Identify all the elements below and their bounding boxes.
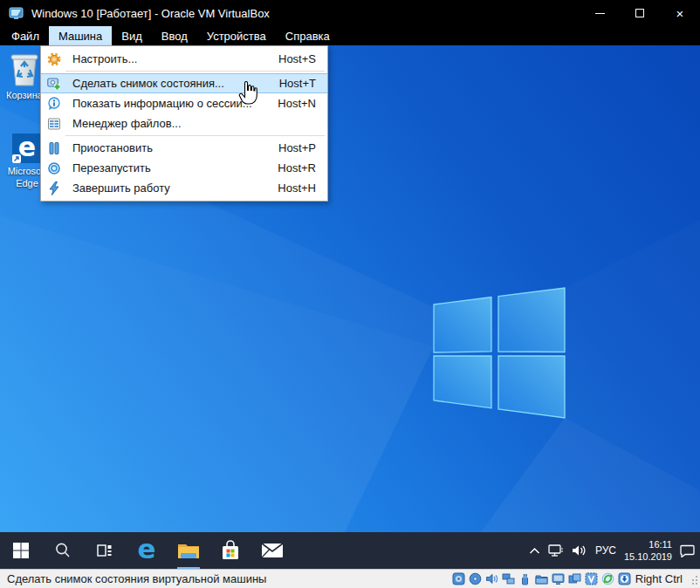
menu-help[interactable]: Справка <box>276 26 340 45</box>
menu-item-session-info[interactable]: Показать информацию о сессии... Host+N <box>41 93 327 113</box>
pause-icon <box>47 141 61 155</box>
menu-file[interactable]: Файл <box>2 26 49 45</box>
hdd-icon[interactable] <box>452 572 465 585</box>
menu-item-shortcut: Host+P <box>278 141 327 154</box>
edge-icon: e <box>137 536 155 563</box>
menu-item-label: Показать информацию о сессии... <box>72 97 252 110</box>
language-indicator[interactable]: РУС <box>595 544 616 557</box>
clock[interactable]: 16:11 15.10.2019 <box>624 538 672 564</box>
minimize-icon <box>595 13 605 14</box>
maximize-icon <box>635 9 644 17</box>
display-icon[interactable] <box>552 572 565 585</box>
mouse-integration-icon[interactable] <box>601 572 614 585</box>
statusbar-message: Сделать снимок состояния виртуальной маш… <box>0 572 266 585</box>
menu-item-shortcut: Host+S <box>278 52 327 65</box>
search-button[interactable] <box>42 532 84 569</box>
window-title: Windows 10 [Работает] - Oracle VM Virtua… <box>31 7 270 20</box>
edge-tile: e <box>12 133 42 163</box>
system-tray: РУС 16:11 15.10.2019 <box>521 532 700 569</box>
menu-item-label: Сделать снимок состояния... <box>72 77 224 90</box>
optical-disk-icon[interactable] <box>469 572 482 585</box>
settings-gear-icon <box>47 52 61 66</box>
take-snapshot-icon <box>47 77 61 91</box>
menu-item-label: Завершить работу <box>72 181 170 195</box>
shared-folders-icon[interactable] <box>535 572 548 585</box>
windows-logo <box>434 288 565 418</box>
tray-chevron-icon[interactable] <box>529 547 540 555</box>
usb-icon[interactable] <box>518 572 532 585</box>
close-button[interactable]: × <box>660 0 700 26</box>
hand-cursor <box>238 81 258 106</box>
machine-menu-popup: Настроить... Host+S Сделать снимок состо… <box>40 45 328 202</box>
host-key-indicator: Right Ctrl <box>635 572 683 585</box>
volume-icon[interactable] <box>572 544 587 557</box>
store-button[interactable] <box>209 532 251 569</box>
close-icon: × <box>676 7 684 20</box>
minimize-button[interactable] <box>580 0 620 26</box>
network-icon[interactable] <box>548 544 564 557</box>
menu-item-reset[interactable]: Перезапустить Host+R <box>41 158 327 178</box>
mail-icon <box>261 542 284 559</box>
titlebar: Windows 10 [Работает] - Oracle VM Virtua… <box>0 0 700 26</box>
menu-item-label: Перезапустить <box>72 161 151 174</box>
menu-item-label: Приостановить <box>72 141 153 154</box>
session-info-icon <box>47 97 61 111</box>
menu-item-take-snapshot[interactable]: Сделать снимок состояния... Host+T <box>41 73 327 93</box>
menu-item-shortcut: Host+H <box>278 181 327 195</box>
start-button[interactable] <box>0 532 42 569</box>
guest-taskbar: e <box>0 532 700 569</box>
mail-button[interactable] <box>251 532 293 569</box>
shortcut-arrow-icon <box>12 154 21 163</box>
keyboard-icon[interactable] <box>618 572 631 585</box>
menu-devices[interactable]: Устройства <box>197 26 276 45</box>
action-center-icon[interactable] <box>680 544 695 557</box>
window-controls: × <box>580 0 700 26</box>
menu-separator <box>65 135 325 136</box>
statusbar-icons <box>452 572 631 585</box>
menu-item-label: Менеджер файлов... <box>72 117 182 130</box>
menu-view[interactable]: Вид <box>112 26 152 45</box>
resize-grip[interactable] <box>690 574 698 585</box>
menu-item-shortcut: Host+R <box>278 161 327 174</box>
menu-item-settings[interactable]: Настроить... Host+S <box>41 49 327 69</box>
edge-taskbar-button[interactable]: e <box>126 532 168 569</box>
maximize-button[interactable] <box>620 0 660 26</box>
menu-item-shutdown[interactable]: Завершить работу Host+H <box>41 178 327 198</box>
file-explorer-button[interactable] <box>168 532 209 569</box>
file-explorer-icon <box>177 541 200 560</box>
vbox-statusbar: Сделать снимок состояния виртуальной маш… <box>0 569 700 588</box>
recycle-bin-icon <box>9 51 40 87</box>
virtualbox-vm-icon <box>9 6 24 21</box>
shutdown-icon <box>47 181 61 195</box>
store-icon <box>220 539 241 562</box>
menubar: Файл Машина Вид Ввод Устройства Справка <box>0 26 700 45</box>
file-manager-icon <box>47 117 61 131</box>
menu-item-label: Настроить... <box>72 52 137 65</box>
tray-date: 15.10.2019 <box>624 550 672 563</box>
start-icon <box>12 542 30 559</box>
task-view-icon <box>96 542 113 559</box>
tray-time: 16:11 <box>624 538 672 550</box>
network-icon[interactable] <box>502 572 515 585</box>
reset-icon <box>47 161 61 175</box>
recording-icon[interactable] <box>568 572 581 585</box>
menu-item-shortcut: Host+N <box>278 97 327 110</box>
menu-item-pause[interactable]: Приостановить Host+P <box>41 138 327 158</box>
audio-icon[interactable] <box>485 572 498 585</box>
menu-machine[interactable]: Машина <box>49 26 112 45</box>
menu-separator <box>65 71 325 72</box>
task-view-button[interactable] <box>84 532 126 569</box>
menu-input[interactable]: Ввод <box>152 26 197 45</box>
features-icon[interactable] <box>585 572 598 585</box>
menu-item-shortcut: Host+T <box>279 77 327 90</box>
menu-item-file-manager[interactable]: Менеджер файлов... <box>41 113 327 133</box>
search-icon <box>54 542 72 559</box>
